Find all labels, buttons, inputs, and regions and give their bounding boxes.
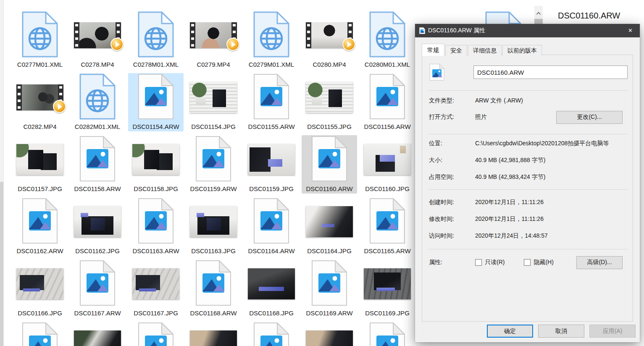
file-tile[interactable]: C0280M01.XML	[360, 11, 415, 69]
readonly-checkbox[interactable]	[475, 259, 482, 266]
file-tile[interactable]: DSC01159.JPG	[244, 135, 299, 194]
accessed-row: 访问时间: 2020年12月24日，14:48:57	[429, 231, 628, 241]
close-icon[interactable]: ✕	[621, 24, 640, 37]
raw-image-file-icon	[21, 322, 58, 346]
file-tile[interactable]: C0280.MP4	[302, 11, 357, 69]
file-name: DSC01169.JPG	[365, 309, 410, 318]
advanced-button[interactable]: 高级(D)...	[576, 256, 623, 269]
file-tile[interactable]: DSC01168.JPG	[244, 260, 299, 318]
file-tile[interactable]: DSC01162.ARW	[12, 197, 68, 256]
created-label: 创建时间:	[429, 199, 475, 206]
file-name: C0279.MP4	[197, 61, 230, 69]
file-tile[interactable]: C0279.MP4	[186, 11, 241, 69]
preview-pane-title: DSC01160.ARW	[558, 11, 620, 21]
change-button[interactable]: 更改(C)...	[556, 111, 623, 124]
raw-image-file-icon	[137, 197, 174, 246]
file-tile[interactable]: C0277M01.XML	[12, 11, 68, 69]
video-thumbnail	[74, 22, 121, 48]
file-tile[interactable]: DSC01155.JPG	[302, 73, 357, 131]
modified-value: 2020年12月1日，11:11:26	[475, 215, 628, 223]
file-tile[interactable]: DSC01163.JPG	[186, 197, 241, 256]
file-name: DSC01155.ARW	[248, 123, 294, 131]
apply-button[interactable]: 应用(A)	[589, 325, 636, 338]
filmstrip-icon	[74, 22, 79, 48]
raw-image-file-icon	[253, 197, 290, 246]
attributes-row: 属性: 只读(R) 隐藏(H) 高级(D)...	[429, 256, 628, 269]
created-row: 创建时间: 2020年12月1日，11:11:26	[429, 198, 628, 207]
file-name: DSC01162.JPG	[75, 247, 120, 256]
file-tile[interactable]: DSC01163.ARW	[128, 197, 184, 256]
file-tile[interactable]: DSC01155.ARW	[244, 73, 299, 131]
photo-thumbnail	[74, 330, 121, 346]
explorer-scrollbar[interactable]	[534, 6, 543, 24]
file-tile[interactable]: C0278M01.XML	[128, 11, 184, 69]
tab-general[interactable]: 常规	[422, 44, 444, 56]
file-type-value: ARW 文件 (.ARW)	[475, 97, 628, 105]
tab-details[interactable]: 详细信息	[468, 45, 502, 55]
file-tile[interactable]: DSC01158.ARW	[70, 135, 125, 194]
file-tile[interactable]	[360, 322, 415, 346]
file-tile[interactable]: C0282M01.XML	[70, 73, 125, 131]
raw-image-file-icon	[253, 73, 290, 122]
file-tile[interactable]: DSC01169.ARW	[302, 260, 357, 318]
file-tile[interactable]	[186, 322, 241, 346]
file-tile[interactable]: DSC01165.ARW	[360, 197, 415, 256]
file-name: C0282M01.XML	[75, 123, 120, 131]
play-icon	[342, 38, 355, 51]
file-tile[interactable]	[12, 322, 68, 346]
file-tile[interactable]: C0279M01.XML	[244, 11, 299, 69]
file-tile[interactable]: DSC01157.JPG	[12, 135, 68, 194]
file-tile[interactable]	[128, 322, 184, 346]
xml-file-icon	[369, 11, 406, 60]
photo-thumbnail	[132, 144, 179, 175]
hidden-checkbox[interactable]	[524, 259, 531, 266]
file-tile[interactable]: DSC01156.ARW	[360, 73, 415, 131]
file-tile[interactable]: DSC01168.ARW	[186, 260, 241, 318]
raw-image-file-icon	[137, 73, 174, 122]
photo-thumbnail	[248, 144, 295, 175]
file-tile[interactable]: DSC01159.ARW	[186, 135, 241, 194]
photo-thumbnail	[190, 82, 237, 113]
raw-image-file-icon	[195, 135, 232, 184]
file-name: DSC01160.JPG	[365, 185, 410, 194]
raw-image-file-icon	[369, 197, 406, 246]
photo-thumbnail	[74, 206, 121, 237]
tab-page-general: 文件类型: ARW 文件 (.ARW) 打开方式: 照片 更改(C)... 位置…	[422, 55, 633, 322]
file-tile[interactable]: DSC01166.JPG	[12, 260, 68, 318]
file-tile[interactable]: DSC01158.JPG	[128, 135, 184, 194]
filename-input[interactable]	[473, 66, 628, 79]
dialog-titlebar[interactable]: DSC01160.ARW 属性 ✕	[415, 24, 640, 37]
file-tile[interactable]: DSC01169.JPG	[360, 260, 415, 318]
tab-previous-versions[interactable]: 以前的版本	[502, 45, 542, 55]
play-icon	[110, 38, 124, 51]
file-tile[interactable]: DSC01164.JPG	[302, 197, 357, 256]
file-name: C0277M01.XML	[17, 61, 63, 69]
file-name: DSC01163.ARW	[132, 247, 179, 256]
file-type-label: 文件类型:	[429, 97, 475, 105]
open-with-row: 打开方式: 照片 更改(C)...	[429, 110, 628, 124]
file-tile[interactable]: DSC01160.JPG	[360, 135, 415, 194]
file-tile[interactable]: DSC01154.ARW	[128, 73, 184, 131]
file-tile[interactable]: DSC01167.ARW	[70, 260, 125, 318]
divider	[428, 189, 628, 190]
file-tile[interactable]: DSC01164.ARW	[244, 197, 299, 256]
file-tile[interactable]	[70, 322, 125, 346]
file-tile[interactable]: DSC01167.JPG	[128, 260, 184, 318]
ok-button[interactable]: 确定	[487, 325, 533, 338]
file-tile[interactable]: C0282.MP4	[12, 73, 68, 131]
location-value: C:\Users\cgbdw\Desktop\20201208拍摄平台电脑等	[475, 140, 628, 147]
filmstrip-icon	[306, 22, 311, 48]
file-tile[interactable]: DSC01162.JPG	[70, 197, 125, 256]
scroll-up-icon[interactable]	[536, 9, 541, 17]
tab-security[interactable]: 安全	[445, 45, 467, 55]
file-tile[interactable]: C0278.MP4	[70, 11, 125, 69]
file-tile[interactable]: DSC01154.JPG	[186, 73, 241, 131]
cancel-button[interactable]: 取消	[538, 325, 584, 338]
size-on-disk-label: 占用空间:	[429, 173, 475, 181]
video-thumbnail	[16, 84, 63, 110]
file-name: C0279M01.XML	[249, 61, 294, 69]
image-file-icon	[419, 27, 426, 34]
file-tile[interactable]: DSC01160.ARW	[302, 135, 357, 194]
file-tile[interactable]	[302, 322, 357, 346]
file-tile[interactable]	[244, 322, 299, 346]
